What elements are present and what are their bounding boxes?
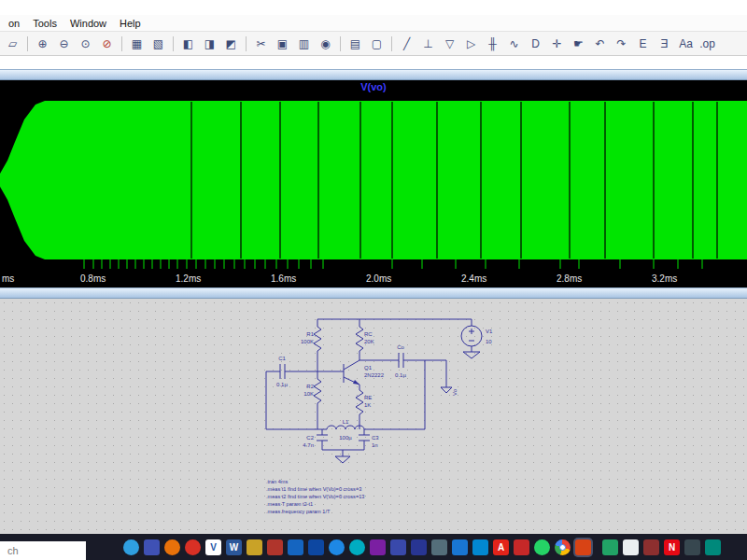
taskbar-app[interactable] [370, 539, 386, 555]
capacitor-icon[interactable]: ╫ [483, 35, 502, 53]
wave-pane-title: V(vo) [0, 80, 747, 93]
toolbar-separator [173, 36, 174, 51]
taskbar-app[interactable] [308, 539, 324, 555]
mark-data-icon[interactable]: ▧ [148, 35, 168, 53]
taskbar-app-netflix[interactable]: N [664, 539, 680, 555]
taskbar-app[interactable] [144, 539, 160, 555]
c1-ref-label: C1 [278, 356, 286, 361]
vo-net-label[interactable]: Vo [452, 388, 458, 396]
resistor-rc-symbol [356, 327, 363, 351]
drag-icon[interactable]: ☛ [569, 35, 588, 53]
taskbar-app[interactable] [431, 539, 447, 555]
taskbar-app[interactable] [267, 539, 283, 555]
tile-vertical-icon[interactable]: ◨ [200, 35, 219, 53]
spice-directive[interactable]: .meas T param t2-t1 [266, 501, 313, 507]
c1-value-label: 0.1µ [276, 382, 288, 387]
copy-icon[interactable]: ▣ [273, 35, 292, 53]
toolbar-separator [340, 36, 341, 51]
waveform-svg [0, 93, 747, 271]
taskbar-app[interactable] [602, 539, 618, 555]
menu-item-on[interactable]: on [2, 18, 26, 29]
taskbar-app[interactable] [185, 539, 201, 555]
move-icon[interactable]: ✛ [547, 35, 567, 53]
menu-item-tools[interactable]: Tools [26, 18, 63, 29]
rotate-icon[interactable]: E [633, 35, 653, 53]
r2-value-label: 10K [303, 391, 314, 397]
cascade-windows-icon[interactable]: ◩ [221, 35, 241, 53]
inductor-icon[interactable]: ∿ [504, 35, 524, 53]
paste-icon[interactable]: ▥ [294, 35, 314, 53]
axis-tick-label: ms [2, 273, 14, 284]
toolbar: ▱⊕⊖⊙⊘▦▧◧◨◩✂▣▥◉▤▢╱⊥▽▷╫∿D✛☛↶↷EƎAa.op [0, 32, 747, 56]
waveform-trace [0, 101, 747, 259]
print-icon[interactable]: ▤ [345, 35, 365, 53]
zoom-in-icon[interactable]: ⊕ [33, 35, 52, 53]
schematic-svg: R1 100K RC 20K C1 0.1µ Co 0.1µ Q1 2N2222… [0, 299, 747, 534]
find-icon[interactable]: ◉ [316, 35, 335, 53]
spice-directive[interactable]: .meas t2 find time when V(Vo)=0 cross=13 [266, 494, 364, 499]
taskbar-app[interactable] [643, 539, 659, 555]
resistor-r2-symbol [314, 379, 321, 403]
zoom-out-icon[interactable]: ⊖ [54, 35, 74, 53]
menu-item-window[interactable]: Window [63, 18, 113, 29]
spice-directive[interactable]: .meas t1 find time when V(Vo)=0 cross=3 [266, 486, 361, 492]
taskbar-app[interactable] [288, 539, 303, 555]
taskbar-app-edge[interactable] [123, 539, 139, 555]
taskbar-app-vlc[interactable]: V [205, 539, 221, 555]
toolbar-separator [246, 36, 247, 51]
undo-icon[interactable]: ↶ [590, 35, 610, 53]
toolbar-separator [27, 36, 28, 51]
menu-item-help[interactable]: Help [113, 18, 148, 29]
text-icon[interactable]: Aa [676, 35, 696, 53]
taskbar-app[interactable] [411, 539, 427, 555]
open-icon[interactable]: ▱ [3, 35, 22, 53]
draw-wire-icon[interactable]: ╱ [397, 35, 416, 53]
q1-value-label: 2N2222 [364, 372, 385, 378]
zoom-full-icon[interactable]: ⊘ [97, 35, 117, 53]
resistor-r1-symbol [314, 327, 321, 351]
taskbar-app-word[interactable]: W [226, 539, 242, 555]
cut-icon[interactable]: ✂ [251, 35, 271, 53]
schematic-canvas[interactable]: R1 100K RC 20K C1 0.1µ Co 0.1µ Q1 2N2222… [0, 299, 747, 534]
voltage-source-marks [469, 329, 474, 341]
taskbar-app[interactable] [684, 539, 700, 555]
zoom-back-icon[interactable]: ⊙ [76, 35, 95, 53]
tile-horizontal-icon[interactable]: ◧ [178, 35, 198, 53]
diode-icon[interactable]: ▷ [461, 35, 481, 53]
taskbar-app[interactable] [452, 539, 468, 555]
taskbar-app[interactable] [705, 539, 721, 555]
waveform-pane-header[interactable] [0, 69, 747, 80]
plot-settings-icon[interactable]: ▦ [127, 35, 147, 53]
taskbar-app[interactable] [390, 539, 406, 555]
taskbar-app-adobe[interactable]: A [493, 539, 509, 555]
taskbar-app[interactable] [623, 539, 639, 555]
ltspice-window: onToolsWindowHelp ▱⊕⊖⊙⊘▦▧◧◨◩✂▣▥◉▤▢╱⊥▽▷╫∿… [0, 0, 747, 560]
spice-directive[interactable]: .tran 4ms [266, 479, 289, 484]
taskbar-app[interactable] [247, 539, 262, 555]
net-label-icon[interactable]: ▽ [440, 35, 459, 53]
taskbar-app-whatsapp[interactable] [534, 539, 550, 555]
taskbar-app-ltspice[interactable] [575, 539, 591, 555]
schematic-pane-header[interactable] [0, 287, 747, 299]
spice-directive[interactable]: .meas frequency param 1/T [266, 509, 331, 514]
taskbar-app[interactable] [349, 539, 365, 555]
spice-directive-icon[interactable]: .op [698, 35, 717, 53]
l1-value-label: 100µ [339, 435, 352, 441]
redo-icon[interactable]: ↷ [612, 35, 631, 53]
waveform-plot[interactable] [0, 93, 747, 271]
time-axis: ms0.8ms1.2ms1.6ms2.0ms2.4ms2.8ms3.2ms [0, 271, 747, 287]
toolbar-separator [121, 36, 122, 51]
r2-ref-label: R2 [306, 384, 314, 389]
inductor-l1-symbol [327, 426, 364, 429]
taskbar-app[interactable] [329, 539, 345, 555]
print-preview-icon[interactable]: ▢ [367, 35, 387, 53]
taskbar-app[interactable] [514, 539, 529, 555]
taskbar-app[interactable] [164, 539, 180, 555]
v1-ref-label: V1 [486, 329, 493, 334]
mirror-icon[interactable]: Ǝ [655, 35, 674, 53]
ground-icon[interactable]: ⊥ [418, 35, 438, 53]
taskbar-app[interactable] [472, 539, 488, 555]
taskbar-search[interactable]: ch [0, 541, 86, 560]
taskbar-app-chrome[interactable] [555, 539, 571, 555]
component-icon[interactable]: D [526, 35, 545, 53]
